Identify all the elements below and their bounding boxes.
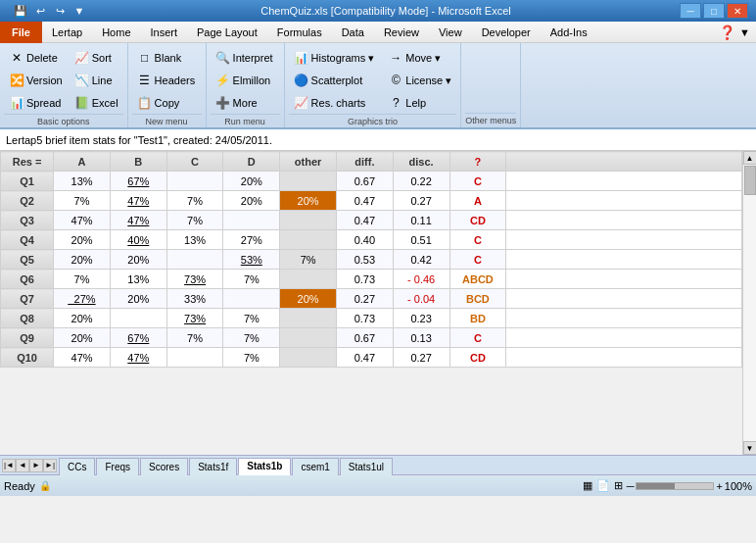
- cell-other-q6[interactable]: [280, 270, 337, 289]
- cell-a-q10[interactable]: 47%: [54, 348, 111, 368]
- cell-other-q1[interactable]: [280, 172, 337, 191]
- cell-d-q8[interactable]: 7%: [223, 309, 280, 328]
- line-button[interactable]: 📉 Line: [70, 70, 123, 91]
- cell-disc-q7[interactable]: - 0.04: [393, 289, 449, 309]
- cell-c-q9[interactable]: 7%: [166, 328, 223, 348]
- minimize-ribbon-icon[interactable]: ▼: [737, 25, 752, 40]
- lelp-button[interactable]: ? Lelp: [383, 92, 456, 114]
- cell-other-q3[interactable]: [280, 211, 337, 230]
- zoom-control[interactable]: ─ + 100%: [627, 480, 752, 492]
- cell-diff-q9[interactable]: 0.67: [336, 328, 393, 348]
- cell-c-q7[interactable]: 33%: [166, 289, 223, 309]
- delete-button[interactable]: ✕ Delete: [4, 47, 68, 69]
- menu-insert[interactable]: Insert: [141, 22, 188, 43]
- sheet-next-button[interactable]: ►: [29, 459, 43, 472]
- cell-c-q8[interactable]: 73%: [166, 309, 223, 328]
- page-layout-icon[interactable]: 📄: [596, 479, 610, 492]
- blank-button[interactable]: □ Blank: [132, 47, 202, 69]
- cell-other-q7[interactable]: 20%: [280, 289, 337, 309]
- menu-addins[interactable]: Add-Ins: [541, 22, 597, 43]
- cell-c-q6[interactable]: 73%: [166, 270, 223, 289]
- cell-b-q3[interactable]: 47%: [110, 211, 166, 230]
- zoom-in-icon[interactable]: +: [716, 480, 722, 492]
- cell-c-q4[interactable]: 13%: [166, 230, 223, 250]
- menu-view[interactable]: View: [429, 22, 472, 43]
- sort-button[interactable]: 📈 Sort: [70, 47, 123, 69]
- sheet-last-button[interactable]: ►|: [43, 459, 57, 472]
- cell-a-q1[interactable]: 13%: [54, 172, 111, 191]
- cell-other-q9[interactable]: [280, 328, 337, 348]
- cell-q-q7[interactable]: BCD: [449, 289, 506, 309]
- sheet-tab-stats1b[interactable]: Stats1b: [238, 458, 291, 475]
- cell-q-q5[interactable]: C: [449, 250, 506, 270]
- cell-diff-q6[interactable]: 0.73: [336, 270, 393, 289]
- cell-c-q2[interactable]: 7%: [166, 191, 223, 211]
- spread-button[interactable]: 📊 Spread: [4, 92, 68, 114]
- cell-q-q2[interactable]: A: [449, 191, 506, 211]
- cell-d-q2[interactable]: 20%: [223, 191, 280, 211]
- cell-other-q4[interactable]: [280, 230, 337, 250]
- cell-c-q5[interactable]: [166, 250, 223, 270]
- cell-d-q1[interactable]: 20%: [223, 172, 280, 191]
- cell-a-q9[interactable]: 20%: [54, 328, 111, 348]
- cell-q-q4[interactable]: C: [449, 230, 506, 250]
- elmillon-button[interactable]: ⚡ Elmillon: [211, 70, 280, 91]
- save-icon[interactable]: 💾: [12, 2, 29, 20]
- cell-b-q7[interactable]: 20%: [110, 289, 166, 309]
- redo-icon[interactable]: ↪: [51, 2, 69, 20]
- normal-view-icon[interactable]: ▦: [583, 479, 592, 492]
- maximize-button[interactable]: □: [703, 3, 725, 19]
- cell-diff-q1[interactable]: 0.67: [336, 172, 393, 191]
- help-icon[interactable]: ❓: [719, 25, 735, 40]
- cell-a-q8[interactable]: 20%: [54, 309, 111, 328]
- cell-a-q2[interactable]: 7%: [54, 191, 111, 211]
- quick-access-toolbar[interactable]: 💾 ↩ ↪ ▼: [8, 2, 92, 20]
- minimize-button[interactable]: ─: [680, 3, 701, 19]
- sheet-tab-stats1ul[interactable]: Stats1ul: [340, 458, 393, 475]
- more-button[interactable]: ➕ More: [211, 92, 280, 114]
- page-break-icon[interactable]: ⊞: [614, 479, 623, 492]
- scroll-down-button[interactable]: ▼: [743, 441, 757, 455]
- scroll-track[interactable]: [743, 165, 757, 441]
- cell-other-q10[interactable]: [280, 348, 337, 368]
- cell-d-q3[interactable]: [223, 211, 280, 230]
- menu-data[interactable]: Data: [332, 22, 374, 43]
- res-charts-button[interactable]: 📈 Res. charts: [289, 92, 380, 114]
- zoom-slider[interactable]: [636, 482, 714, 490]
- cell-d-q7[interactable]: [223, 289, 280, 309]
- menu-lertap[interactable]: Lertap: [42, 22, 92, 43]
- sheet-tab-csem1[interactable]: csem1: [292, 458, 338, 475]
- cell-other-q2[interactable]: 20%: [280, 191, 337, 211]
- cell-d-q10[interactable]: 7%: [223, 348, 280, 368]
- cell-disc-q8[interactable]: 0.23: [393, 309, 449, 328]
- version-button[interactable]: 🔀 Version: [4, 70, 68, 91]
- sheet-tab-scores[interactable]: Scores: [140, 458, 188, 475]
- cell-a-q6[interactable]: 7%: [54, 270, 111, 289]
- window-controls[interactable]: ─ □ ✕: [680, 3, 748, 19]
- cell-other-q5[interactable]: 7%: [280, 250, 337, 270]
- headers-button[interactable]: ☰ Headers: [132, 70, 202, 91]
- sheet-tab-stats1f[interactable]: Stats1f: [189, 458, 237, 475]
- cell-diff-q8[interactable]: 0.73: [336, 309, 393, 328]
- license-button[interactable]: © License ▾: [383, 70, 456, 91]
- interpret-button[interactable]: 🔍 Interpret: [211, 47, 280, 69]
- cell-b-q8[interactable]: [110, 309, 166, 328]
- cell-other-q8[interactable]: [280, 309, 337, 328]
- cell-disc-q5[interactable]: 0.42: [393, 250, 449, 270]
- sheet-tab-freqs[interactable]: Freqs: [96, 458, 139, 475]
- cell-b-q4[interactable]: 40%: [110, 230, 166, 250]
- cell-b-q5[interactable]: 20%: [110, 250, 166, 270]
- cell-diff-q7[interactable]: 0.27: [336, 289, 393, 309]
- cell-c-q10[interactable]: [166, 348, 223, 368]
- scatterplot-button[interactable]: 🔵 Scatterplot: [289, 70, 380, 91]
- menu-formulas[interactable]: Formulas: [267, 22, 332, 43]
- scroll-thumb[interactable]: [744, 166, 756, 195]
- menu-home[interactable]: Home: [92, 22, 140, 43]
- cell-b-q6[interactable]: 13%: [110, 270, 166, 289]
- cell-q-q10[interactable]: CD: [449, 348, 506, 368]
- cell-d-q5[interactable]: 53%: [223, 250, 280, 270]
- cell-a-q4[interactable]: 20%: [54, 230, 111, 250]
- close-button[interactable]: ✕: [727, 3, 748, 19]
- cell-diff-q4[interactable]: 0.40: [336, 230, 393, 250]
- cell-diff-q3[interactable]: 0.47: [336, 211, 393, 230]
